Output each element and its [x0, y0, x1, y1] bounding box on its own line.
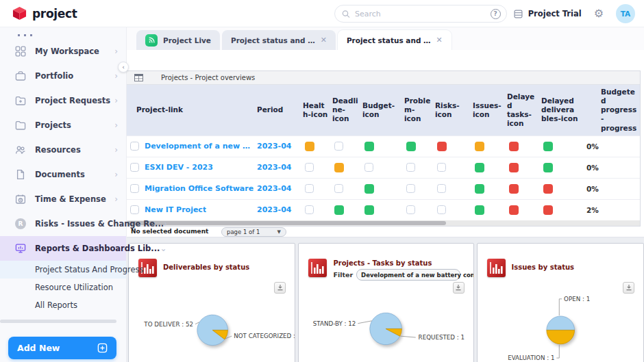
tab-project-status-2[interactable]: Project status and … ✕ [338, 30, 451, 50]
projects-overview-table: Projects - Project overviews Project-lin… [127, 70, 641, 227]
status-risks-indicator [437, 163, 446, 172]
row-checkbox[interactable] [130, 205, 139, 214]
folder-icon [15, 120, 26, 131]
scrollbar-thumb[interactable] [127, 221, 446, 225]
sidebar-item-reports-dashboards[interactable]: Reports & Dashboards Lib... ⌄ [0, 236, 126, 261]
search-bar[interactable] [334, 5, 507, 23]
column-header-3: Deadline-icon [330, 94, 360, 126]
sidebar: My Workspace › Portfolio › Project Reque… [0, 27, 127, 362]
sidebar-item-portfolio[interactable]: Portfolio › [0, 64, 126, 88]
report-content: Projects - Project overviews Project-lin… [127, 50, 644, 362]
row-checkbox[interactable] [130, 184, 139, 193]
row-checkbox[interactable] [130, 163, 139, 172]
sidebar-item-project-requests[interactable]: Project Requests › [0, 88, 126, 113]
sidebar-item-time-expense[interactable]: Time & Expense › [0, 187, 126, 211]
project-link[interactable]: Development of a new battery concept [145, 142, 255, 151]
budgeted-progress-value: 2% [580, 200, 641, 220]
sidebar-label: Time & Expense [35, 194, 106, 204]
table-header-row: Project-linkPeriodHealth-iconDeadline-ic… [127, 85, 640, 135]
status-delayed-tasks-indicator [509, 205, 519, 215]
column-header-1: Period [255, 103, 301, 117]
status-issues-indicator [475, 163, 484, 172]
table-row: Development of a new battery concept2023… [127, 135, 640, 157]
project-link[interactable]: New IT Project [145, 205, 206, 214]
bar-chart-icon [487, 259, 506, 277]
sidebar-subitem-resource-utilization[interactable]: Resource Utilization [0, 279, 126, 296]
status-problem-indicator [406, 184, 415, 193]
status-problem-indicator [406, 142, 416, 151]
chart-title: Deliverables by status [163, 259, 249, 277]
search-input[interactable] [355, 10, 499, 18]
user-avatar[interactable]: TA [616, 4, 635, 23]
column-header-9: Delayed deliverables-icon [539, 94, 580, 126]
settings-gear-icon[interactable]: ⚙ [594, 8, 604, 19]
row-checkbox[interactable] [130, 142, 139, 151]
project-filter-select[interactable]: Development of a new battery concept ⌄ [356, 269, 460, 281]
status-delayed-deliverables-indicator [543, 205, 553, 215]
sidebar-item-risks-issues[interactable]: R Risks - Issues & Change Re... › [0, 211, 126, 236]
period-link[interactable]: 2023-04 [255, 179, 301, 199]
tab-project-status-1[interactable]: Project status and … ✕ [222, 30, 336, 50]
sidebar-label: Project Requests [35, 96, 110, 105]
sidebar-more-menu[interactable] [0, 27, 126, 39]
pager-select[interactable]: page 1 of 1 ▼ [221, 227, 286, 237]
status-delayed-tasks-indicator [509, 184, 519, 194]
download-chart-button[interactable] [623, 282, 634, 294]
status-deadline-indicator [334, 205, 344, 215]
sidebar-item-documents[interactable]: Documents › [0, 162, 126, 187]
status-budget-indicator [364, 205, 374, 215]
pie-label: STAND-BY : 12 [313, 320, 356, 326]
search-icon [342, 10, 350, 18]
download-chart-button[interactable] [453, 282, 465, 294]
calendar-clock-icon [15, 194, 26, 205]
document-icon [15, 169, 26, 180]
period-link[interactable]: 2023-04 [255, 157, 301, 178]
tab-label: Project status and … [347, 36, 431, 44]
pie-slice-open[interactable] [546, 316, 574, 330]
sidebar-item-my-workspace[interactable]: My Workspace › [0, 39, 126, 64]
status-delayed-deliverables-indicator [543, 163, 553, 172]
chevron-right-icon: › [114, 194, 118, 204]
period-link[interactable]: 2023-04 [255, 136, 301, 157]
project-link[interactable]: Migration Office Software [145, 184, 253, 193]
project-link[interactable]: ESXI DEV - 2023 [145, 163, 213, 172]
sidebar-item-projects[interactable]: Projects › [0, 113, 126, 138]
help-icon[interactable]: ? [491, 9, 501, 19]
app-logo[interactable]: project [0, 6, 77, 21]
sidebar-subitem-all-reports[interactable]: All Reports [0, 296, 126, 314]
table-title-bar: Projects - Project overviews [127, 71, 640, 85]
column-header-10: Budgeted progress-progress [580, 85, 641, 135]
period-link[interactable]: 2023-04 [255, 200, 301, 220]
status-issues-indicator [475, 142, 484, 151]
briefcase-icon [15, 70, 26, 81]
label-connector [559, 298, 562, 315]
issues-by-status-card: Issues by status OPEN : 1 EVALUATION : 1 [477, 243, 644, 362]
close-icon[interactable]: ✕ [321, 36, 327, 44]
pie-slice-evaluation[interactable] [546, 330, 574, 344]
budgeted-progress-value: 0% [580, 179, 641, 199]
tab-project-live[interactable]: Project Live [136, 30, 220, 50]
chevron-right-icon: › [114, 145, 118, 155]
label-connector [358, 320, 372, 323]
download-chart-button[interactable] [274, 282, 286, 294]
status-deadline-indicator [334, 163, 344, 172]
sidebar-item-resources[interactable]: Resources › [0, 138, 126, 162]
download-icon [455, 284, 462, 291]
status-budget-indicator [364, 163, 373, 172]
logo-text: project [32, 7, 77, 21]
charts-row: Deliverables by status TO DELIVER : 52 N… [127, 237, 644, 362]
budgeted-progress-value: 0% [580, 136, 641, 157]
add-new-button[interactable]: Add New [8, 337, 116, 359]
sidebar-divider [0, 320, 116, 323]
folder-plus-icon [15, 95, 26, 106]
app-root: project ? Project Trial ⚙ TA [0, 0, 644, 362]
horizontal-scrollbar[interactable] [127, 220, 640, 226]
close-icon[interactable]: ✕ [436, 36, 443, 44]
tab-label: Project status and … [231, 36, 315, 44]
column-header-2: Health-icon [301, 99, 330, 122]
sidebar-subitem-project-status-and-progress[interactable]: Project Status And Progress [0, 261, 126, 279]
status-delayed-tasks-indicator [509, 163, 519, 172]
project-trial[interactable]: Project Trial [513, 9, 582, 19]
sidebar-label: My Workspace [35, 47, 99, 56]
sidebar-collapse-button[interactable]: ‹ [118, 62, 129, 73]
